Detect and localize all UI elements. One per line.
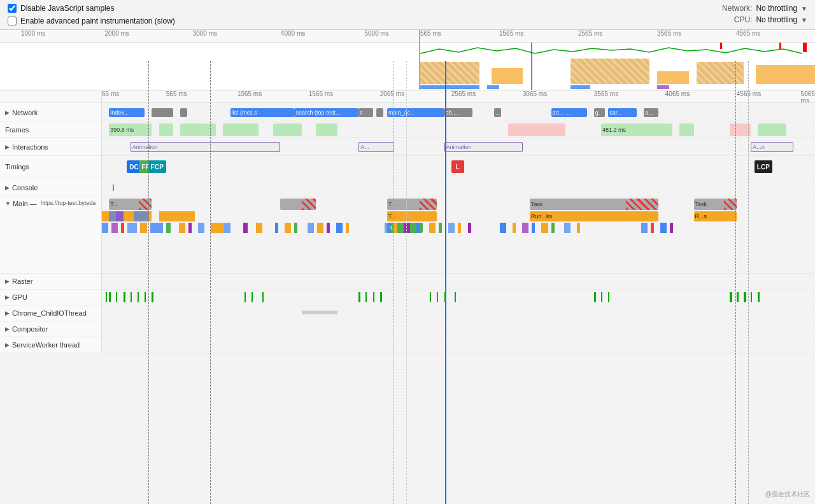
td-38 (564, 223, 570, 233)
disable-js-samples-input[interactable] (8, 4, 17, 13)
interaction-an: A...n (751, 142, 793, 152)
td-29 (448, 223, 455, 233)
td-11 (211, 223, 223, 233)
overview-cpu-bar-4 (657, 71, 689, 84)
service-worker-track-row: ▶ ServiceWorker thread (0, 337, 815, 353)
interactions-content: Animation A... Animation A...n (102, 138, 815, 155)
interactions-track-row: ▶ Interactions Animation A... Animation … (0, 138, 815, 156)
net-bar-gray2 (180, 108, 187, 117)
main-expand-arrow[interactable]: ▼ (5, 200, 11, 207)
td-27 (429, 223, 436, 233)
frames-track-row: Frames 390.6 ms 481.2 ms (0, 122, 815, 138)
net-bar-list: list (mcs.s (230, 108, 295, 117)
td-36 (541, 223, 548, 233)
console-track-row: ▶ Console (0, 178, 815, 197)
task-hatch-2 (302, 199, 316, 210)
disable-js-samples-checkbox[interactable]: Disable JavaScript samples (8, 4, 175, 13)
td-3 (121, 223, 124, 233)
td-21 (336, 223, 343, 233)
gpu-label: ▶ GPU (0, 290, 102, 305)
advanced-paint-checkbox[interactable]: Enable advanced paint instrumentation (s… (8, 17, 175, 25)
frame-bar-9 (758, 123, 786, 136)
network-expand-arrow[interactable]: ▶ (5, 109, 10, 116)
frame-bar-5 (223, 123, 259, 136)
overview-right: 565 ms 1565 ms 2565 ms 3565 ms 4565 ms (420, 30, 815, 90)
overview-red-marker-1 (720, 43, 722, 49)
network-label: Network: (722, 4, 752, 13)
ruler-ticks-container: 65 ms 565 ms 1065 ms 1565 ms 2065 ms 256… (102, 90, 815, 102)
compositor-label: ▶ Compositor (0, 321, 102, 337)
td-22 (346, 223, 349, 233)
td-10 (198, 223, 204, 233)
gpu-tick-12 (358, 292, 360, 302)
td-39 (577, 223, 580, 233)
gpu-tick-16 (430, 292, 431, 302)
frame-bar-481: 481.2 ms (601, 123, 672, 136)
td-17 (294, 223, 297, 233)
net-bar-a: a... (644, 108, 658, 117)
advanced-paint-input[interactable] (8, 17, 17, 25)
gpu-tick-22 (608, 292, 609, 302)
cpu-value: No throttling (756, 15, 797, 24)
overview-left: 1000 ms 2000 ms 3000 ms 4000 ms 5000 ms (0, 30, 420, 90)
service-worker-expand-arrow[interactable]: ▶ (5, 342, 10, 348)
tick-4065ms: 4065 ms (665, 90, 690, 97)
gpu-expand-arrow[interactable]: ▶ (5, 294, 10, 300)
td-40 (641, 223, 648, 233)
net-bar-search: search (top-test.... (294, 108, 358, 117)
gpu-tick-18 (444, 292, 446, 302)
td-9 (188, 223, 192, 233)
gpu-tick-27 (758, 292, 760, 302)
overview-net-bar-3 (570, 85, 590, 89)
interactions-expand-arrow[interactable]: ▶ (5, 144, 10, 150)
tick-2065ms: 2065 ms (380, 90, 404, 97)
td-41 (651, 223, 654, 233)
timing-l: L (451, 160, 464, 173)
net-bar-car: car... (608, 108, 637, 117)
gpu-tick-23 (730, 292, 732, 302)
gpu-tick-19 (455, 292, 456, 302)
net-bar-c: c (358, 108, 372, 117)
tick-65ms: 65 ms (102, 90, 119, 97)
td-34 (522, 223, 528, 233)
task-blue-2 (134, 211, 148, 221)
gpu-label-text: GPU (12, 293, 27, 301)
frames-label: Frames (0, 122, 102, 137)
interaction-a1: A... (358, 142, 394, 152)
gpu-content (102, 290, 815, 305)
compositor-expand-arrow[interactable]: ▶ (5, 326, 10, 332)
overview-red-marker-2 (779, 43, 781, 49)
td-14 (256, 223, 262, 233)
child-io-expand-arrow[interactable]: ▶ (5, 310, 10, 316)
overview-playhead (531, 43, 532, 90)
ruler-row: 65 ms 565 ms 1065 ms 1565 ms 2065 ms 256… (0, 90, 815, 103)
overview-cpu-bar-6 (756, 65, 815, 84)
network-dropdown-arrow[interactable]: ▼ (801, 5, 807, 12)
child-io-track-row: ▶ Chrome_ChildIOThread (0, 305, 815, 321)
task-hatch-3 (420, 199, 437, 210)
td-6 (150, 223, 163, 233)
gpu-tick-3 (116, 292, 117, 302)
service-worker-content (102, 337, 815, 353)
ruler-label-spacer (0, 90, 102, 102)
task-run-bar: Run...ks (530, 211, 658, 221)
main-content: T... T... Task Task (102, 197, 815, 274)
frames-content: 390.6 ms 481.2 ms (102, 122, 815, 137)
overview-tick-3565: 3565 ms (657, 30, 681, 37)
network-label-text: Network (12, 109, 38, 116)
tick-3565ms: 3565 ms (594, 90, 618, 97)
cpu-dropdown-arrow[interactable]: ▼ (801, 17, 807, 24)
cpu-throttle-row: CPU: No throttling ▼ (734, 15, 807, 24)
td-23 (385, 223, 391, 233)
overview-tick-2000: 2000 ms (105, 30, 129, 37)
console-expand-arrow[interactable]: ▶ (5, 185, 10, 191)
child-io-bar (302, 311, 337, 314)
frame-bar-red (730, 123, 751, 136)
compositor-label-text: Compositor (12, 325, 48, 333)
tick-565ms: 565 ms (166, 90, 187, 97)
overview-tick-565: 565 ms (420, 30, 441, 37)
gpu-tick-26 (751, 292, 752, 302)
overview-hatch-1 (420, 62, 479, 84)
raster-expand-arrow[interactable]: ▶ (5, 278, 10, 284)
raster-content (102, 274, 815, 289)
